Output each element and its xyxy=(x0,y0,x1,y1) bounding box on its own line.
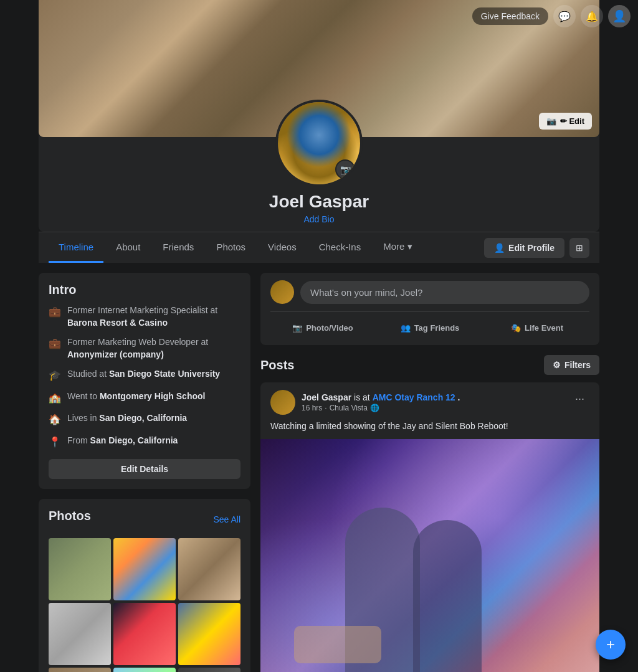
add-post-button[interactable]: What's on your mind, Joel? xyxy=(300,281,589,304)
photo-thumb-2[interactable] xyxy=(113,538,176,600)
lives-location: San Diego, California xyxy=(99,413,187,423)
intro-item-from: 📍 From San Diego, California xyxy=(49,435,240,449)
filters-icon: ⚙ xyxy=(553,360,561,370)
tab-friends[interactable]: Friends xyxy=(153,233,204,263)
profile-tabs: Timeline About Friends Photos Videos Che… xyxy=(39,232,599,263)
post-more-button[interactable]: ··· xyxy=(570,390,589,408)
top-nav: Give Feedback 💬 🔔 👤 xyxy=(465,0,638,32)
post-location-link[interactable]: AMC Otay Ranch 12 xyxy=(373,392,455,402)
cover-container: 📷 ✏ Edit 📷 Joel Gaspar Add Bio xyxy=(39,0,599,232)
profile-section: 📷 Joel Gaspar Add Bio xyxy=(39,100,599,232)
photos-header: Photos See All xyxy=(49,509,240,531)
from-location: San Diego, California xyxy=(90,435,178,445)
right-column: What's on your mind, Joel? 📷 Photo/Video… xyxy=(260,273,599,672)
intro-item-highschool: 🏫 Went to Montgomery High School xyxy=(49,390,240,405)
figure-right xyxy=(413,520,482,672)
post-location-suffix: . xyxy=(458,392,460,402)
photo-thumb-9[interactable] xyxy=(178,668,240,672)
tag-friends-button[interactable]: 👥 Tag Friends xyxy=(378,318,482,338)
post-card: Joel Gaspar is at AMC Otay Ranch 12 . 16… xyxy=(260,382,599,672)
edit-profile-button[interactable]: 👤 Edit Profile xyxy=(484,238,564,258)
post-avatar xyxy=(270,280,294,304)
intro-item-job1: 💼 Former Internet Marketing Specialist a… xyxy=(49,305,240,329)
tag-friends-icon: 👥 xyxy=(401,323,411,333)
intro-item-university: 🎓 Studied at San Diego State University xyxy=(49,368,240,382)
photos-card: Photos See All xyxy=(39,499,250,672)
messenger-icon: 💬 xyxy=(558,11,571,22)
briefcase-icon-1: 💼 xyxy=(49,305,61,319)
graduation-icon: 🎓 xyxy=(49,369,61,382)
post-header: Joel Gaspar is at AMC Otay Ranch 12 . 16… xyxy=(260,382,599,420)
post-text: Watching a limited showing of the Jay an… xyxy=(260,420,599,439)
profile-avatar: 📷 xyxy=(275,100,363,187)
avatar-camera-icon: 📷 xyxy=(340,164,351,174)
home-icon: 🏠 xyxy=(49,413,61,427)
photo-thumb-8[interactable] xyxy=(113,668,176,672)
job1-company: Barona Resort & Casino xyxy=(67,318,168,328)
tab-actions: 👤 Edit Profile ⊞ xyxy=(484,238,589,258)
photo-video-button[interactable]: 📷 Photo/Video xyxy=(270,318,375,338)
post-globe-icon: 🌐 xyxy=(370,404,379,412)
grid-view-button[interactable]: ⊞ xyxy=(569,238,589,258)
main-content: Intro 💼 Former Internet Marketing Specia… xyxy=(39,273,599,672)
post-actions: 📷 Photo/Video 👥 Tag Friends 🎭 Life Event xyxy=(270,311,589,338)
tab-photos[interactable]: Photos xyxy=(206,233,255,263)
photos-grid xyxy=(49,538,240,672)
photo-thumb-5[interactable] xyxy=(113,603,176,665)
avatar-icon: 👤 xyxy=(612,9,626,23)
fab-button[interactable]: + xyxy=(596,630,626,660)
briefcase-icon-2: 💼 xyxy=(49,337,61,351)
post-meta: 16 hrs · Chula Vista 🌐 xyxy=(302,404,460,412)
grid-icon: ⊞ xyxy=(576,243,583,253)
life-event-button[interactable]: 🎭 Life Event xyxy=(485,318,589,338)
photo-video-icon: 📷 xyxy=(292,323,302,333)
intro-card: Intro 💼 Former Internet Marketing Specia… xyxy=(39,273,250,489)
job2-company: Anonymizer (company) xyxy=(67,349,164,359)
tab-more[interactable]: More ▾ xyxy=(373,232,422,263)
avatar-camera-button[interactable]: 📷 xyxy=(335,159,355,179)
post-author-avatar xyxy=(270,390,295,415)
edit-profile-icon: 👤 xyxy=(494,243,505,253)
posts-title: Posts xyxy=(260,358,294,372)
see-all-photos-link[interactable]: See All xyxy=(213,514,240,524)
author-name-text[interactable]: Joel Gaspar xyxy=(302,392,351,402)
posts-header: Posts ⚙ Filters xyxy=(260,355,599,375)
messenger-button[interactable]: 💬 xyxy=(553,5,576,27)
filters-button[interactable]: ⚙ Filters xyxy=(544,355,599,375)
fab-icon: + xyxy=(606,636,615,653)
highschool-name: Montgomery High School xyxy=(100,391,206,401)
post-author-info: Joel Gaspar is at AMC Otay Ranch 12 . 16… xyxy=(270,390,460,415)
give-feedback-button[interactable]: Give Feedback xyxy=(472,7,548,25)
tab-videos[interactable]: Videos xyxy=(258,233,307,263)
intro-title: Intro xyxy=(49,283,240,297)
post-separator: · xyxy=(325,404,326,412)
post-at-text: is at xyxy=(354,392,373,402)
photo-thumb-6[interactable] xyxy=(178,603,240,665)
photo-thumb-1[interactable] xyxy=(49,538,111,600)
notifications-button[interactable]: 🔔 xyxy=(581,5,603,27)
edit-details-button[interactable]: Edit Details xyxy=(49,459,240,479)
photos-title: Photos xyxy=(49,509,91,523)
photo-thumb-7[interactable] xyxy=(49,668,111,672)
add-bio-link[interactable]: Add Bio xyxy=(303,214,334,224)
user-avatar[interactable]: 👤 xyxy=(608,5,631,27)
add-post-card: What's on your mind, Joel? 📷 Photo/Video… xyxy=(260,273,599,345)
tab-timeline[interactable]: Timeline xyxy=(49,233,103,263)
intro-item-lives: 🏠 Lives in San Diego, California xyxy=(49,412,240,427)
avatar-area: 📷 Joel Gaspar Add Bio xyxy=(39,100,599,232)
university-name: San Diego State University xyxy=(109,369,220,379)
tab-about[interactable]: About xyxy=(106,233,150,263)
post-location-tag: Chula Vista xyxy=(330,404,368,412)
left-column: Intro 💼 Former Internet Marketing Specia… xyxy=(39,273,250,672)
hand-holding xyxy=(294,626,381,663)
profile-name: Joel Gaspar xyxy=(269,192,369,212)
photo-thumb-3[interactable] xyxy=(178,538,240,600)
intro-item-job2: 💼 Former Marketing Web Developer at Anon… xyxy=(49,336,240,361)
school-icon: 🏫 xyxy=(49,391,61,405)
pin-icon: 📍 xyxy=(49,435,61,449)
post-author-name: Joel Gaspar is at AMC Otay Ranch 12 . xyxy=(302,392,460,402)
tab-checkins[interactable]: Check-Ins xyxy=(309,233,371,263)
post-more-icon: ··· xyxy=(575,392,584,405)
photo-thumb-4[interactable] xyxy=(49,603,111,665)
post-time: 16 hrs xyxy=(302,404,322,412)
